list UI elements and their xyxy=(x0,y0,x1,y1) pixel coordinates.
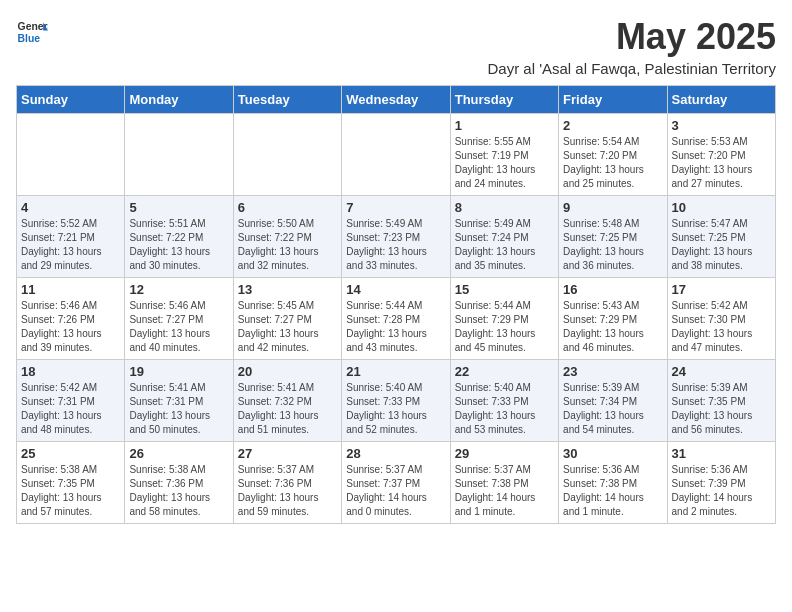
day-cell: 13Sunrise: 5:45 AM Sunset: 7:27 PM Dayli… xyxy=(233,278,341,360)
header-sunday: Sunday xyxy=(17,86,125,114)
day-cell: 7Sunrise: 5:49 AM Sunset: 7:23 PM Daylig… xyxy=(342,196,450,278)
day-number: 12 xyxy=(129,282,228,297)
day-info: Sunrise: 5:39 AM Sunset: 7:34 PM Dayligh… xyxy=(563,381,662,437)
day-number: 19 xyxy=(129,364,228,379)
day-info: Sunrise: 5:44 AM Sunset: 7:29 PM Dayligh… xyxy=(455,299,554,355)
header-monday: Monday xyxy=(125,86,233,114)
day-number: 25 xyxy=(21,446,120,461)
day-cell: 5Sunrise: 5:51 AM Sunset: 7:22 PM Daylig… xyxy=(125,196,233,278)
day-info: Sunrise: 5:41 AM Sunset: 7:32 PM Dayligh… xyxy=(238,381,337,437)
day-number: 27 xyxy=(238,446,337,461)
day-cell: 28Sunrise: 5:37 AM Sunset: 7:37 PM Dayli… xyxy=(342,442,450,524)
day-cell: 17Sunrise: 5:42 AM Sunset: 7:30 PM Dayli… xyxy=(667,278,775,360)
day-number: 2 xyxy=(563,118,662,133)
day-cell: 3Sunrise: 5:53 AM Sunset: 7:20 PM Daylig… xyxy=(667,114,775,196)
day-number: 6 xyxy=(238,200,337,215)
day-info: Sunrise: 5:36 AM Sunset: 7:38 PM Dayligh… xyxy=(563,463,662,519)
logo-icon: General Blue xyxy=(16,16,48,48)
day-info: Sunrise: 5:36 AM Sunset: 7:39 PM Dayligh… xyxy=(672,463,771,519)
day-cell: 26Sunrise: 5:38 AM Sunset: 7:36 PM Dayli… xyxy=(125,442,233,524)
day-number: 23 xyxy=(563,364,662,379)
day-number: 14 xyxy=(346,282,445,297)
day-info: Sunrise: 5:45 AM Sunset: 7:27 PM Dayligh… xyxy=(238,299,337,355)
day-cell: 8Sunrise: 5:49 AM Sunset: 7:24 PM Daylig… xyxy=(450,196,558,278)
day-number: 24 xyxy=(672,364,771,379)
day-info: Sunrise: 5:54 AM Sunset: 7:20 PM Dayligh… xyxy=(563,135,662,191)
day-info: Sunrise: 5:55 AM Sunset: 7:19 PM Dayligh… xyxy=(455,135,554,191)
day-cell: 31Sunrise: 5:36 AM Sunset: 7:39 PM Dayli… xyxy=(667,442,775,524)
day-number: 28 xyxy=(346,446,445,461)
day-cell xyxy=(342,114,450,196)
day-cell: 18Sunrise: 5:42 AM Sunset: 7:31 PM Dayli… xyxy=(17,360,125,442)
header-tuesday: Tuesday xyxy=(233,86,341,114)
svg-text:Blue: Blue xyxy=(18,33,41,44)
day-number: 17 xyxy=(672,282,771,297)
week-row-4: 18Sunrise: 5:42 AM Sunset: 7:31 PM Dayli… xyxy=(17,360,776,442)
day-cell xyxy=(233,114,341,196)
week-row-5: 25Sunrise: 5:38 AM Sunset: 7:35 PM Dayli… xyxy=(17,442,776,524)
day-cell: 12Sunrise: 5:46 AM Sunset: 7:27 PM Dayli… xyxy=(125,278,233,360)
calendar: SundayMondayTuesdayWednesdayThursdayFrid… xyxy=(16,85,776,524)
day-cell: 19Sunrise: 5:41 AM Sunset: 7:31 PM Dayli… xyxy=(125,360,233,442)
week-row-1: 1Sunrise: 5:55 AM Sunset: 7:19 PM Daylig… xyxy=(17,114,776,196)
day-cell: 1Sunrise: 5:55 AM Sunset: 7:19 PM Daylig… xyxy=(450,114,558,196)
day-info: Sunrise: 5:40 AM Sunset: 7:33 PM Dayligh… xyxy=(455,381,554,437)
day-number: 8 xyxy=(455,200,554,215)
day-cell: 9Sunrise: 5:48 AM Sunset: 7:25 PM Daylig… xyxy=(559,196,667,278)
day-cell xyxy=(17,114,125,196)
day-info: Sunrise: 5:46 AM Sunset: 7:26 PM Dayligh… xyxy=(21,299,120,355)
day-number: 31 xyxy=(672,446,771,461)
month-title: May 2025 xyxy=(487,16,776,58)
header-wednesday: Wednesday xyxy=(342,86,450,114)
day-cell: 29Sunrise: 5:37 AM Sunset: 7:38 PM Dayli… xyxy=(450,442,558,524)
day-info: Sunrise: 5:41 AM Sunset: 7:31 PM Dayligh… xyxy=(129,381,228,437)
day-info: Sunrise: 5:49 AM Sunset: 7:24 PM Dayligh… xyxy=(455,217,554,273)
day-info: Sunrise: 5:48 AM Sunset: 7:25 PM Dayligh… xyxy=(563,217,662,273)
day-cell: 24Sunrise: 5:39 AM Sunset: 7:35 PM Dayli… xyxy=(667,360,775,442)
day-cell: 25Sunrise: 5:38 AM Sunset: 7:35 PM Dayli… xyxy=(17,442,125,524)
day-cell: 22Sunrise: 5:40 AM Sunset: 7:33 PM Dayli… xyxy=(450,360,558,442)
logo: General Blue xyxy=(16,16,48,48)
day-info: Sunrise: 5:46 AM Sunset: 7:27 PM Dayligh… xyxy=(129,299,228,355)
day-info: Sunrise: 5:38 AM Sunset: 7:35 PM Dayligh… xyxy=(21,463,120,519)
header-thursday: Thursday xyxy=(450,86,558,114)
day-cell: 20Sunrise: 5:41 AM Sunset: 7:32 PM Dayli… xyxy=(233,360,341,442)
day-number: 18 xyxy=(21,364,120,379)
day-cell: 21Sunrise: 5:40 AM Sunset: 7:33 PM Dayli… xyxy=(342,360,450,442)
day-number: 9 xyxy=(563,200,662,215)
day-info: Sunrise: 5:50 AM Sunset: 7:22 PM Dayligh… xyxy=(238,217,337,273)
day-cell: 11Sunrise: 5:46 AM Sunset: 7:26 PM Dayli… xyxy=(17,278,125,360)
day-cell: 15Sunrise: 5:44 AM Sunset: 7:29 PM Dayli… xyxy=(450,278,558,360)
day-number: 10 xyxy=(672,200,771,215)
day-info: Sunrise: 5:49 AM Sunset: 7:23 PM Dayligh… xyxy=(346,217,445,273)
day-number: 15 xyxy=(455,282,554,297)
day-info: Sunrise: 5:40 AM Sunset: 7:33 PM Dayligh… xyxy=(346,381,445,437)
location-title: Dayr al 'Asal al Fawqa, Palestinian Terr… xyxy=(487,60,776,77)
day-number: 30 xyxy=(563,446,662,461)
day-number: 21 xyxy=(346,364,445,379)
day-info: Sunrise: 5:44 AM Sunset: 7:28 PM Dayligh… xyxy=(346,299,445,355)
day-cell: 10Sunrise: 5:47 AM Sunset: 7:25 PM Dayli… xyxy=(667,196,775,278)
header-row: SundayMondayTuesdayWednesdayThursdayFrid… xyxy=(17,86,776,114)
title-section: May 2025 Dayr al 'Asal al Fawqa, Palesti… xyxy=(487,16,776,77)
day-number: 16 xyxy=(563,282,662,297)
day-cell: 4Sunrise: 5:52 AM Sunset: 7:21 PM Daylig… xyxy=(17,196,125,278)
day-cell: 30Sunrise: 5:36 AM Sunset: 7:38 PM Dayli… xyxy=(559,442,667,524)
day-info: Sunrise: 5:37 AM Sunset: 7:37 PM Dayligh… xyxy=(346,463,445,519)
day-cell: 2Sunrise: 5:54 AM Sunset: 7:20 PM Daylig… xyxy=(559,114,667,196)
day-number: 26 xyxy=(129,446,228,461)
day-cell: 27Sunrise: 5:37 AM Sunset: 7:36 PM Dayli… xyxy=(233,442,341,524)
week-row-3: 11Sunrise: 5:46 AM Sunset: 7:26 PM Dayli… xyxy=(17,278,776,360)
day-info: Sunrise: 5:42 AM Sunset: 7:30 PM Dayligh… xyxy=(672,299,771,355)
day-info: Sunrise: 5:47 AM Sunset: 7:25 PM Dayligh… xyxy=(672,217,771,273)
day-number: 5 xyxy=(129,200,228,215)
day-number: 3 xyxy=(672,118,771,133)
week-row-2: 4Sunrise: 5:52 AM Sunset: 7:21 PM Daylig… xyxy=(17,196,776,278)
header-saturday: Saturday xyxy=(667,86,775,114)
day-number: 29 xyxy=(455,446,554,461)
day-info: Sunrise: 5:53 AM Sunset: 7:20 PM Dayligh… xyxy=(672,135,771,191)
day-number: 7 xyxy=(346,200,445,215)
day-info: Sunrise: 5:42 AM Sunset: 7:31 PM Dayligh… xyxy=(21,381,120,437)
day-cell: 14Sunrise: 5:44 AM Sunset: 7:28 PM Dayli… xyxy=(342,278,450,360)
day-number: 4 xyxy=(21,200,120,215)
